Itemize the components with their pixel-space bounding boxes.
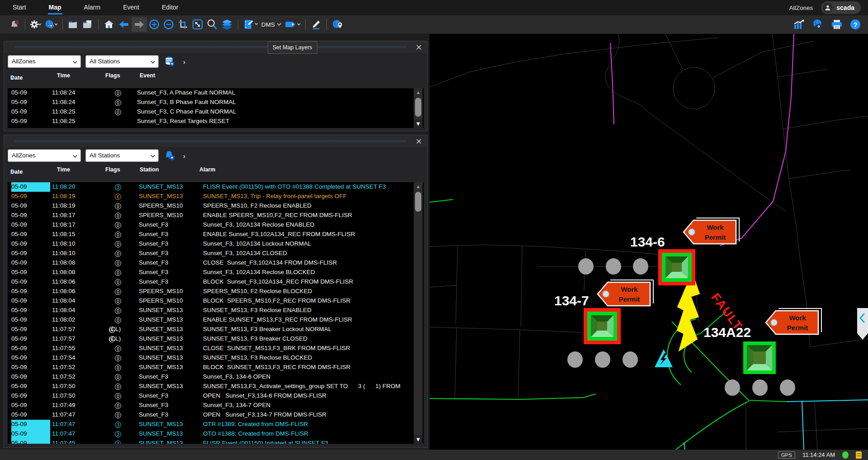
alarm-row[interactable]: 05-0911:07:520Sunset_F3Sunset_F3, 134-6 … — [8, 372, 424, 382]
column-header-flags[interactable]: Flags — [105, 72, 120, 79]
event-panel-expand-chevron[interactable]: › — [181, 58, 187, 66]
alarm-row[interactable]: 05-0911:07:570(CL)SUNSET_MS13SUNSET_MS13… — [8, 334, 424, 344]
back-button[interactable] — [116, 17, 132, 32]
search-button[interactable] — [205, 17, 219, 32]
scroll-down-button[interactable]: ▼ — [414, 119, 423, 128]
alarm-scrollbar: ▲ ▼ — [414, 182, 423, 444]
map-panel-collapse-tab[interactable] — [857, 308, 868, 340]
map-settings-dropdown-button[interactable] — [43, 17, 59, 32]
event-panel-close-button[interactable] — [414, 43, 424, 52]
work-permit-tag-3[interactable]: Work Permit — [766, 308, 821, 334]
alarm-row[interactable]: 05-0911:07:473SUNSET_MS13OTR #1389: Crea… — [8, 420, 424, 429]
scroll-thumb[interactable] — [415, 192, 421, 212]
alarm-row[interactable]: 05-0911:07:453SUNSET_MS13FLISR Event (00… — [8, 439, 424, 444]
scroll-up-button[interactable]: ▲ — [414, 182, 423, 191]
alarm-panel-expand-chevron[interactable]: › — [181, 152, 187, 160]
alarm-panel-close-button[interactable] — [414, 137, 424, 146]
alarm-row[interactable]: 05-0911:07:470Sunset_F3OPEN Sunset_F3,13… — [8, 410, 424, 420]
alarm-row[interactable]: 05-0911:07:500Sunset_F3OPEN Sunset_F3,13… — [8, 391, 424, 401]
forward-button[interactable] — [132, 17, 147, 32]
alarm-row[interactable]: 05-0911:07:570(CL)SUNSET_MS13SUNSET_MS13… — [8, 325, 424, 334]
alarm-settings-icon[interactable] — [163, 149, 177, 162]
alarm-row[interactable]: 05-0911:08:170Sunset_F3Sunset_F3, 102A13… — [8, 220, 424, 230]
locate-on-map-button[interactable] — [330, 17, 345, 32]
zoom-window-button[interactable] — [176, 17, 190, 32]
column-header-time[interactable]: Time — [57, 72, 70, 79]
toolbar-separator — [25, 19, 25, 30]
toolbar-separator — [62, 19, 63, 30]
alarm-panel-titlebar[interactable] — [4, 135, 427, 147]
alarm-row[interactable]: 05-0911:07:550SUNSET_MS13CLOSE SUNSET_MS… — [8, 344, 424, 353]
event-panel-titlebar[interactable] — [4, 41, 427, 53]
help-button[interactable]: ? — [848, 17, 863, 32]
column-header-flags[interactable]: Flags — [105, 166, 120, 173]
menu-item-event[interactable]: Event — [117, 0, 146, 15]
alarm-row[interactable]: 05-0911:08:150Sunset_F3ENABLE Sunset_F3,… — [8, 230, 424, 239]
alarm-row[interactable]: 05-0911:08:040SUNSET_MS13SUNSET_MS13, F3… — [8, 306, 424, 315]
alarm-row[interactable]: 05-0911:08:060Sunset_F3BLOCK Sunset_F3,1… — [8, 277, 424, 287]
event-source-settings-icon[interactable] — [163, 55, 177, 68]
alarm-row[interactable]: 05-0911:07:473SUNSET_MS13OTO #1388: Crea… — [8, 429, 424, 439]
switch-134-7[interactable] — [584, 308, 621, 344]
alarm-row[interactable]: 05-0911:07:540SUNSET_MS13SUNSET_MS13, F3… — [8, 353, 424, 363]
alarm-row[interactable]: 05-0911:08:080Sunset_F3CLOSE Sunset_F3,1… — [8, 258, 424, 268]
work-permit-tag-2[interactable]: Work Permit — [598, 280, 653, 306]
menu-item-map[interactable]: Map — [42, 0, 68, 15]
menu-item-editor[interactable]: Editor — [156, 0, 185, 15]
scroll-up-button[interactable]: ▲ — [414, 88, 423, 97]
log-status-icon[interactable] — [856, 451, 862, 459]
tags-dropdown-button[interactable] — [283, 17, 302, 32]
alarm-zone-select[interactable]: AllZones — [8, 149, 81, 162]
column-header-time[interactable]: Time — [57, 166, 70, 173]
new-map-window-button[interactable] — [80, 17, 95, 32]
dms-mode-dropdown[interactable]: DMS — [259, 21, 283, 28]
alarm-row[interactable]: 05-0911:08:203SUNSET_MS13FLISR Event (00… — [8, 182, 424, 192]
column-header-station[interactable]: Station — [140, 166, 159, 173]
print-button[interactable] — [829, 17, 844, 32]
layers-button[interactable] — [219, 17, 235, 32]
alarm-row[interactable]: 05-0911:07:520SUNSET_MS13BLOCK SUNSET_MS… — [8, 363, 424, 372]
event-station-select[interactable]: All Stations — [85, 55, 159, 68]
alarm-row[interactable]: 05-0911:08:040SPEERS_MS10BLOCK SPEERS_MS… — [8, 296, 424, 306]
user-menu[interactable]: scada — [821, 1, 861, 14]
annotate-button[interactable] — [309, 17, 323, 32]
alarm-row[interactable]: 05-0911:08:060SPEERS_MS10SPEERS_MS10, F2… — [8, 287, 424, 296]
alarm-row[interactable]: 05-0911:07:490Sunset_F3Sunset_F3, 134-7 … — [8, 401, 424, 410]
scroll-thumb[interactable] — [415, 98, 421, 117]
event-zone-select[interactable]: AllZones — [8, 55, 81, 68]
scroll-down-button[interactable]: ▼ — [414, 435, 423, 444]
alarm-panel-controls: AllZones All Stations › — [4, 147, 427, 164]
switch-134A22[interactable] — [743, 341, 776, 374]
menu-item-alarm[interactable]: Alarm — [78, 0, 107, 15]
alarm-row[interactable]: 05-0911:08:080Sunset_F3Sunset_F3, 102A13… — [8, 268, 424, 277]
world-view-button[interactable] — [810, 17, 826, 32]
zoom-extents-button[interactable] — [190, 17, 205, 32]
column-header-alarm[interactable]: Alarm — [199, 166, 215, 173]
home-view-button[interactable] — [102, 17, 116, 32]
toolbar-separator — [305, 19, 306, 30]
event-row[interactable]: 05-0911:08:240Sunset_F3, B Phase Fault N… — [8, 98, 424, 107]
alarm-station-select[interactable]: All Stations — [85, 149, 159, 162]
event-row[interactable]: 05-0911:08:240Sunset_F3, A Phase Fault N… — [8, 88, 424, 98]
event-row[interactable]: 05-0911:08:25Sunset_F3, Reset Targets RE… — [8, 117, 424, 126]
zoom-in-button[interactable] — [147, 17, 161, 32]
settings-dropdown-button[interactable] — [28, 17, 43, 32]
alarm-row[interactable]: 05-0911:08:100Sunset_F3Sunset_F3, 102A13… — [8, 249, 424, 258]
trend-button[interactable] — [791, 17, 807, 32]
event-row[interactable]: 05-0911:08:250Sunset_F3, C Phase Fault N… — [8, 107, 424, 117]
alarm-row[interactable]: 05-0911:08:170SPEERS_MS10ENABLE SPEERS_M… — [8, 211, 424, 220]
map-viewport[interactable]: 134-6 134-7 134A22 FAULT Work Permit Wor… — [429, 34, 868, 450]
work-permit-tag-1[interactable]: Work Permit — [684, 218, 739, 244]
set-map-layers-button[interactable] — [241, 17, 259, 32]
alarm-row[interactable]: 05-0911:08:100Sunset_F3Sunset_F3, 102A13… — [8, 239, 424, 249]
column-header-event[interactable]: Event — [140, 72, 155, 79]
alarm-row[interactable]: 05-0911:08:020SUNSET_MS13ENABLE SUNSET_M… — [8, 315, 424, 325]
zoom-out-button[interactable] — [161, 17, 176, 32]
switch-134-6[interactable] — [658, 249, 695, 285]
alarm-row[interactable]: 05-0911:08:190SPEERS_MS10SPEERS_MS10, F2… — [8, 201, 424, 211]
menu-item-start[interactable]: Start — [6, 0, 33, 15]
alarm-row[interactable]: 05-0911:07:500SUNSET_MS13SUNSET_MS13,F3_… — [8, 382, 424, 391]
alarm-row[interactable]: 05-0911:08:196SUNSET_MS13SUNSET_MS13, Tr… — [8, 192, 424, 201]
open-map-button[interactable] — [66, 17, 80, 32]
alarm-bell-button[interactable] — [8, 17, 22, 32]
